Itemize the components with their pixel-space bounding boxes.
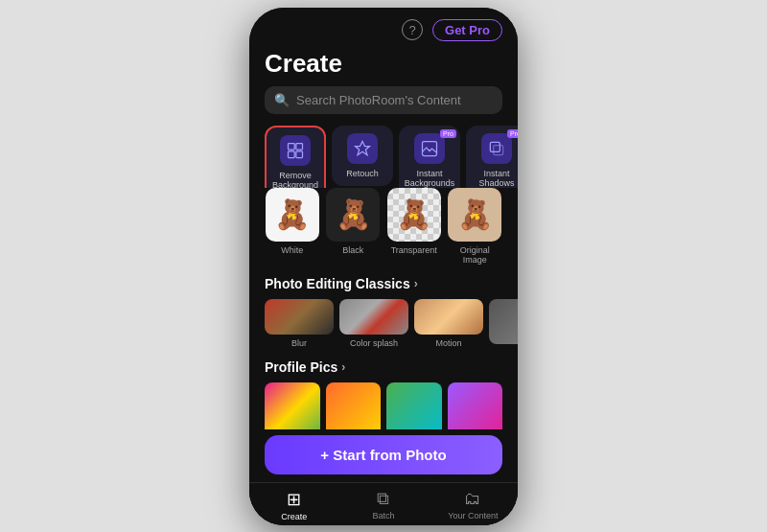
motion-thumb — [414, 299, 483, 334]
bear-black: 🧸 — [336, 200, 371, 229]
profile-pics-title: Profile Pics — [265, 359, 337, 375]
retouch-label: Retouch — [346, 169, 379, 179]
tool-retouch[interactable]: Retouch — [332, 126, 393, 187]
bear-white: 🧸 — [274, 200, 310, 229]
bg-white[interactable]: 🧸 White — [265, 188, 320, 265]
profile-thumb-4[interactable] — [448, 382, 503, 429]
more-thumb — [489, 299, 518, 343]
bottom-nav: ⊞ Create ⧉ Batch 🗂 Your Content — [249, 482, 518, 525]
create-nav-label: Create — [281, 512, 307, 521]
svg-rect-0 — [289, 143, 295, 150]
svg-rect-4 — [423, 141, 437, 155]
help-icon[interactable]: ? — [402, 19, 423, 40]
remove-bg-label: RemoveBackground — [272, 171, 318, 189]
bg-transparent-label: Transparent — [391, 245, 437, 255]
create-nav-icon: ⊞ — [287, 489, 301, 510]
bear-transparent: 🧸 — [396, 200, 431, 229]
photo-more[interactable] — [489, 299, 518, 347]
tool-instant-bg[interactable]: Pro InstantBackgrounds — [399, 126, 460, 189]
bg-options: 🧸 White 🧸 Black 🧸 Transparent 🧸 — [249, 188, 518, 276]
pro-badge-instant-bg: Pro — [440, 129, 456, 138]
blur-thumb — [265, 299, 334, 334]
bg-transparent[interactable]: 🧸 Transparent — [386, 188, 442, 265]
your-content-nav-icon: 🗂 — [464, 489, 481, 509]
search-icon: 🔍 — [274, 93, 290, 107]
svg-rect-5 — [490, 142, 500, 151]
bg-transparent-thumb: 🧸 — [387, 188, 441, 242]
batch-nav-label: Batch — [372, 511, 394, 520]
tool-instant-bg-wrapper: Pro InstantBackgrounds — [399, 126, 460, 177]
bg-black-label: Black — [342, 245, 363, 255]
retouch-icon — [347, 133, 378, 164]
photo-editing-header[interactable]: Photo Editing Classics › — [249, 276, 518, 299]
svg-rect-1 — [296, 143, 303, 150]
instant-shadows-label: Instant Shadows — [470, 169, 518, 189]
tool-instant-shadows-wrapper: Pro Instant Shadows — [466, 126, 518, 177]
photo-splash[interactable]: Color splash — [339, 299, 408, 347]
photo-motion[interactable]: Motion — [414, 299, 483, 347]
blur-label: Blur — [291, 338, 307, 348]
svg-rect-3 — [296, 150, 303, 157]
profile-pics-chevron: › — [341, 360, 345, 374]
svg-rect-2 — [289, 150, 295, 157]
nav-create[interactable]: ⊞ Create — [249, 489, 338, 521]
nav-your-content[interactable]: 🗂 Your Content — [429, 489, 518, 521]
batch-nav-icon: ⧉ — [377, 489, 389, 509]
profile-thumb-1[interactable] — [265, 382, 320, 429]
nav-batch[interactable]: ⧉ Batch — [338, 489, 428, 521]
phone-container: ? Get Pro Create 🔍 Search PhotoRoom's Co… — [249, 8, 518, 525]
profile-pics-header[interactable]: Profile Pics › — [249, 359, 518, 382]
splash-thumb — [339, 299, 408, 334]
instant-bg-label: InstantBackgrounds — [405, 169, 455, 189]
tool-row: RemoveBackground Retouch Pro — [249, 126, 518, 189]
svg-rect-6 — [494, 145, 503, 154]
start-from-photo-button[interactable]: + Start from Photo — [265, 435, 502, 474]
search-placeholder: Search PhotoRoom's Content — [296, 93, 461, 107]
header: ? Get Pro — [249, 8, 518, 45]
your-content-nav-label: Your Content — [448, 511, 498, 520]
photo-editing-title: Photo Editing Classics — [265, 276, 410, 291]
page-title: Create — [249, 45, 518, 86]
photo-editing-chevron: › — [414, 277, 418, 290]
search-bar[interactable]: 🔍 Search PhotoRoom's Content — [265, 86, 502, 114]
remove-bg-icon — [280, 135, 311, 166]
get-pro-button[interactable]: Get Pro — [432, 19, 502, 41]
bg-white-thumb: 🧸 — [266, 188, 319, 242]
tool-retouch-wrapper: Retouch — [332, 126, 393, 177]
bg-original-thumb: 🧸 — [448, 188, 501, 242]
tool-remove-bg-wrapper: RemoveBackground — [265, 126, 326, 177]
profile-thumb-2[interactable] — [326, 382, 382, 429]
bg-white-label: White — [281, 245, 303, 255]
photo-blur[interactable]: Blur — [265, 299, 334, 347]
bg-original-label: Original Image — [448, 245, 503, 265]
photo-editing-row: Blur Color splash Motion — [249, 299, 518, 359]
splash-label: Color splash — [350, 338, 398, 348]
pro-badge-shadows: Pro — [507, 129, 518, 138]
profile-thumb-3[interactable] — [386, 382, 442, 429]
tool-instant-shadows[interactable]: Pro Instant Shadows — [466, 126, 518, 189]
screen: ? Get Pro Create 🔍 Search PhotoRoom's Co… — [249, 8, 518, 525]
bear-original: 🧸 — [457, 200, 493, 229]
tool-remove-bg[interactable]: RemoveBackground — [265, 126, 326, 189]
bg-black[interactable]: 🧸 Black — [326, 188, 382, 265]
start-btn-wrapper: + Start from Photo — [249, 429, 518, 482]
motion-label: Motion — [435, 338, 461, 348]
profile-row — [249, 382, 518, 429]
bg-original[interactable]: 🧸 Original Image — [448, 188, 503, 265]
bg-black-thumb: 🧸 — [326, 188, 380, 242]
